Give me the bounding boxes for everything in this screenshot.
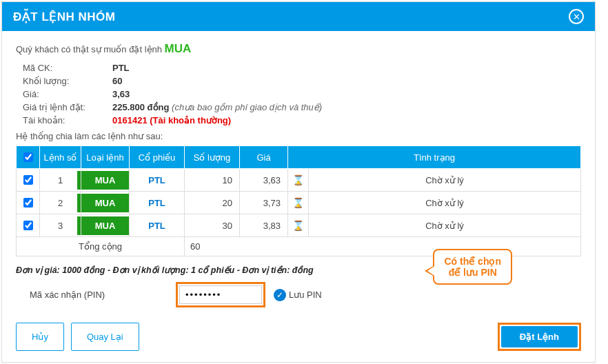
- save-pin-label: Lưu PIN: [289, 290, 322, 300]
- pin-row: Mã xác nhận (PIN) ✓ Lưu PIN Có thể chọn …: [30, 282, 581, 307]
- th-no: Lệnh số: [40, 146, 81, 169]
- table-row: 3 MUA PTL 30 3,83 ⌛ Chờ xử lý: [17, 214, 581, 237]
- cell-price: 3,63: [240, 169, 288, 192]
- symbol-link[interactable]: PTL: [148, 221, 165, 231]
- total-note: (chưa bao gồm phí giao dịch và thuế): [172, 102, 322, 112]
- cell-price: 3,83: [240, 214, 288, 237]
- confirm-text: Quý khách có thật sự muốn đặt lệnh MUA: [16, 42, 581, 56]
- order-summary: Mã CK: PTL Khối lượng: 60 Giá: 3,63 Giá …: [23, 63, 581, 125]
- callout-line1: Có thể chọn: [444, 256, 501, 267]
- cell-no: 3: [40, 214, 81, 237]
- symbol-value: PTL: [112, 63, 130, 73]
- cell-qty: 20: [185, 192, 240, 214]
- total-value: 225.800 đồng: [112, 102, 169, 112]
- modal-body: Quý khách có thật sự muốn đặt lệnh MUA M…: [2, 31, 595, 362]
- row-checkbox[interactable]: [23, 221, 33, 230]
- pin-label: Mã xác nhận (PIN): [30, 290, 168, 300]
- split-heading: Hệ thống chia làm các lệnh như sau:: [16, 131, 581, 141]
- table-row: 1 MUA PTL 10 3,63 ⌛ Chờ xử lý: [17, 169, 581, 192]
- table-row: 2 MUA PTL 20 3,73 ⌛ Chờ xử lý: [17, 192, 581, 214]
- close-icon[interactable]: ✕: [569, 9, 584, 24]
- cell-qty: 10: [185, 169, 240, 192]
- confirm-prefix: Quý khách có thật sự muốn đặt lệnh: [16, 44, 165, 54]
- cell-price: 3,73: [240, 192, 288, 214]
- th-price: Giá: [240, 146, 288, 169]
- order-type-badge: MUA: [77, 171, 133, 190]
- check-circle-icon: ✓: [274, 289, 286, 301]
- cell-no: 1: [40, 169, 81, 192]
- cell-no: 2: [40, 192, 81, 214]
- symbol-link[interactable]: PTL: [148, 175, 165, 185]
- table-header-row: Lệnh số Loại lệnh Cổ phiếu Số lượng Giá …: [17, 146, 581, 169]
- account-value: 0161421 (Tài khoản thường): [112, 115, 231, 125]
- callout-line2: để lưu PIN: [444, 267, 501, 278]
- th-sym: Cổ phiếu: [130, 146, 185, 169]
- modal-title: ĐẶT LỆNH NHÓM: [13, 10, 115, 24]
- order-type-badge: MUA: [77, 194, 133, 212]
- back-button[interactable]: Quay Lại: [71, 323, 139, 351]
- submit-highlight: Đặt Lệnh: [498, 323, 581, 351]
- callout-bubble: Có thể chọn để lưu PIN: [433, 249, 512, 285]
- total-label: Tổng cộng: [17, 237, 185, 256]
- orders-table: Lệnh số Loại lệnh Cổ phiếu Số lượng Giá …: [16, 145, 581, 256]
- qty-label: Khối lượng:: [23, 76, 112, 86]
- group-order-modal: ĐẶT LỆNH NHÓM ✕ Quý khách có thật sự muố…: [1, 1, 596, 363]
- th-status: Tình trạng: [288, 146, 581, 169]
- pin-highlight: [176, 282, 265, 307]
- left-buttons: Hủy Quay Lại: [16, 323, 139, 351]
- cell-status: Chờ xử lý: [309, 214, 581, 237]
- action-word: MUA: [165, 42, 192, 55]
- row-checkbox[interactable]: [23, 198, 33, 208]
- hourglass-icon: ⌛: [292, 197, 304, 208]
- th-type: Loại lệnh: [81, 146, 130, 169]
- modal-header: ĐẶT LỆNH NHÓM ✕: [2, 2, 595, 31]
- th-qty: Số lượng: [185, 146, 240, 169]
- submit-button[interactable]: Đặt Lệnh: [501, 326, 578, 347]
- pin-input[interactable]: [179, 285, 262, 304]
- cell-qty: 30: [185, 214, 240, 237]
- footer-row: Hủy Quay Lại Đặt Lệnh: [16, 323, 581, 351]
- price-value: 3,63: [112, 89, 130, 99]
- row-checkbox[interactable]: [23, 175, 33, 185]
- hourglass-icon: ⌛: [292, 220, 304, 231]
- symbol-link[interactable]: PTL: [148, 198, 165, 208]
- cancel-button[interactable]: Hủy: [16, 323, 64, 351]
- symbol-label: Mã CK:: [23, 63, 112, 73]
- order-type-badge: MUA: [77, 216, 133, 235]
- account-label: Tài khoản:: [23, 115, 112, 125]
- total-label: Giá trị lệnh đặt:: [23, 102, 112, 112]
- select-all-checkbox[interactable]: [23, 152, 33, 162]
- cell-status: Chờ xử lý: [309, 192, 581, 214]
- total-qty: 60: [185, 237, 581, 256]
- price-label: Giá:: [23, 89, 112, 99]
- hourglass-icon: ⌛: [292, 174, 304, 185]
- cell-status: Chờ xử lý: [309, 169, 581, 192]
- save-pin-toggle[interactable]: ✓ Lưu PIN: [274, 289, 322, 301]
- qty-value: 60: [112, 76, 122, 86]
